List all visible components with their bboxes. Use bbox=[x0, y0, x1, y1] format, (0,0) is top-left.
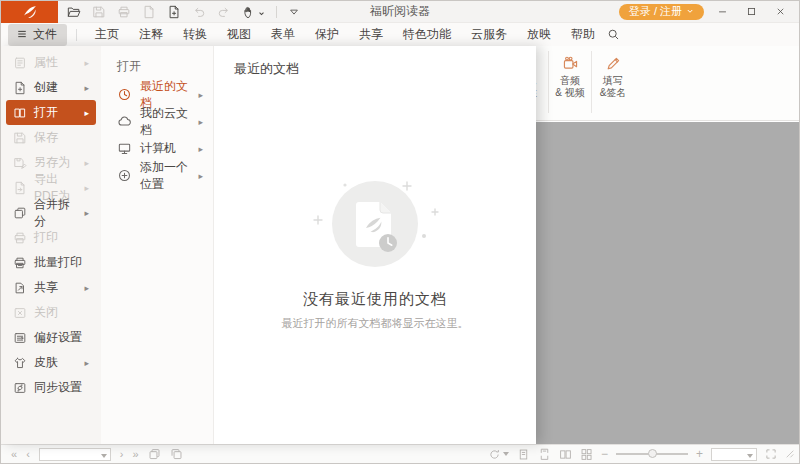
cloud-icon bbox=[117, 114, 132, 129]
file-menu-item-skin[interactable]: 皮肤▸ bbox=[6, 350, 96, 375]
submenu-arrow-icon: ▸ bbox=[198, 90, 203, 100]
zoom-out-button[interactable]: − bbox=[601, 448, 608, 460]
page-number-combobox[interactable] bbox=[39, 448, 111, 461]
file-menu-item-label: 创建 bbox=[34, 79, 58, 96]
close-button[interactable] bbox=[769, 3, 791, 21]
continuous-view-button[interactable] bbox=[538, 448, 551, 461]
close-icon bbox=[775, 6, 786, 17]
file-menu-item-batch-print[interactable]: 批量打印 bbox=[6, 250, 96, 275]
zoom-level-combobox[interactable] bbox=[711, 448, 757, 461]
recent-documents-title: 最近的文档 bbox=[234, 60, 536, 78]
open-panel-item-label: 计算机 bbox=[140, 140, 176, 157]
undo-button[interactable] bbox=[192, 5, 206, 19]
minimize-icon bbox=[717, 6, 728, 17]
document-button[interactable] bbox=[142, 5, 156, 19]
file-menu-item-label: 另存为 bbox=[34, 154, 70, 171]
menu-tab-2[interactable]: 注释 bbox=[129, 23, 173, 46]
menu-tab-3[interactable]: 转换 bbox=[173, 23, 217, 46]
hand-tool-button[interactable] bbox=[242, 3, 265, 21]
create-page-button[interactable] bbox=[167, 5, 181, 19]
login-register-label: 登录 / 注册 bbox=[629, 4, 682, 19]
app-window: 福昕阅读器 登录 / 注册 文件 主页注释转换视图表单保护共享特色功能云服务放映… bbox=[0, 0, 800, 464]
facing-pages-icon bbox=[559, 448, 572, 461]
customize-quick-access-button[interactable] bbox=[288, 6, 300, 18]
open-book-icon bbox=[13, 106, 27, 120]
file-menu-item-create[interactable]: 创建▸ bbox=[6, 75, 96, 100]
titlebar: 福昕阅读器 登录 / 注册 bbox=[1, 1, 799, 23]
submenu-arrow-icon: ▸ bbox=[84, 183, 89, 193]
first-page-button[interactable]: « bbox=[11, 449, 17, 460]
menu-tab-7[interactable]: 共享 bbox=[349, 23, 393, 46]
search-button[interactable] bbox=[607, 28, 620, 41]
caret-down-icon bbox=[258, 3, 265, 21]
computer-icon bbox=[117, 141, 132, 156]
file-menu-item-sync-settings[interactable]: 同步设置 bbox=[6, 375, 96, 400]
file-menu-item-open[interactable]: 打开▸ bbox=[6, 100, 96, 125]
login-register-button[interactable]: 登录 / 注册 bbox=[619, 4, 704, 20]
statusbar-view-controls: − + bbox=[488, 448, 799, 461]
single-page-view-button[interactable] bbox=[517, 448, 530, 461]
minimize-button[interactable] bbox=[711, 3, 733, 21]
file-menu-item-label: 批量打印 bbox=[34, 254, 82, 271]
menubar-divider bbox=[76, 29, 77, 41]
file-menu-item-preferences[interactable]: 偏好设置 bbox=[6, 325, 96, 350]
foxit-logo bbox=[1, 1, 58, 23]
pencil-icon bbox=[605, 55, 622, 72]
submenu-arrow-icon: ▸ bbox=[198, 144, 203, 154]
menu-tab-9[interactable]: 云服务 bbox=[461, 23, 517, 46]
fill-sign-button[interactable]: 填写&签名 bbox=[593, 49, 633, 99]
open-panel-item-add-a-place[interactable]: 添加一个位置▸ bbox=[101, 162, 213, 189]
page-number-input[interactable] bbox=[40, 449, 110, 460]
audio-video-label: 音频& 视频 bbox=[555, 75, 584, 99]
rotate-view-button[interactable] bbox=[488, 448, 509, 461]
continuous-facing-view-button[interactable] bbox=[580, 448, 593, 461]
zoom-slider-handle[interactable] bbox=[648, 449, 657, 458]
menu-tab-4[interactable]: 视图 bbox=[217, 23, 261, 46]
previous-page-button[interactable]: ‹ bbox=[26, 449, 30, 460]
menu-tab-10[interactable]: 放映 bbox=[517, 23, 561, 46]
save-button[interactable] bbox=[92, 5, 106, 19]
statusbar-page-nav: « ‹ › » bbox=[1, 448, 183, 461]
qat-divider bbox=[276, 6, 277, 18]
next-page-button[interactable]: › bbox=[120, 449, 124, 460]
zoom-slider[interactable] bbox=[616, 453, 688, 455]
resize-grip-icon bbox=[785, 449, 795, 459]
next-view-button[interactable] bbox=[170, 448, 183, 461]
menu-tab-11[interactable]: 帮助 bbox=[561, 23, 605, 46]
submenu-arrow-icon: ▸ bbox=[84, 283, 89, 293]
facing-view-button[interactable] bbox=[559, 448, 572, 461]
open-button[interactable] bbox=[67, 5, 81, 19]
statusbar: « ‹ › » bbox=[1, 444, 799, 463]
merge-split-icon bbox=[13, 206, 27, 220]
file-menu-item-merge-split[interactable]: 合并拆分▸ bbox=[6, 200, 96, 225]
file-menu-item-label: 合并拆分 bbox=[34, 196, 77, 230]
file-menu-item-label: 打印 bbox=[34, 229, 58, 246]
zoom-in-button[interactable]: + bbox=[696, 448, 703, 460]
redo-button[interactable] bbox=[217, 5, 231, 19]
open-panel-item-my-cloud-documents[interactable]: 我的云文档▸ bbox=[101, 108, 213, 135]
file-menu-item-share[interactable]: 共享▸ bbox=[6, 275, 96, 300]
add-place-icon bbox=[117, 168, 132, 183]
menu-tab-1[interactable]: 主页 bbox=[85, 23, 129, 46]
zoom-combobox-caret-icon[interactable] bbox=[747, 454, 753, 458]
export-pdf-icon bbox=[13, 181, 27, 195]
file-menu-item-label: 共享 bbox=[34, 279, 58, 296]
menu-tab-5[interactable]: 表单 bbox=[261, 23, 305, 46]
file-menu-button[interactable]: 文件 bbox=[8, 24, 67, 46]
maximize-button[interactable] bbox=[740, 3, 762, 21]
print-button[interactable] bbox=[117, 5, 131, 19]
fill-sign-label: 填写&签名 bbox=[600, 75, 627, 99]
fullscreen-button[interactable] bbox=[765, 448, 777, 460]
resize-grip[interactable] bbox=[785, 449, 795, 459]
menu-tab-6[interactable]: 保护 bbox=[305, 23, 349, 46]
audio-video-button[interactable]: 音频& 视频 bbox=[550, 49, 590, 99]
last-page-button[interactable]: » bbox=[132, 449, 138, 460]
menu-tab-8[interactable]: 特色功能 bbox=[393, 23, 461, 46]
empty-state: 没有最近使用的文档 最近打开的所有文档都将显示在这里。 bbox=[214, 174, 536, 331]
page-combobox-caret-icon[interactable] bbox=[101, 454, 107, 458]
menubar: 文件 主页注释转换视图表单保护共享特色功能云服务放映帮助 bbox=[1, 23, 799, 46]
previous-view-button[interactable] bbox=[148, 448, 161, 461]
batch-print-icon bbox=[13, 256, 27, 270]
empty-state-subtitle: 最近打开的所有文档都将显示在这里。 bbox=[282, 316, 469, 331]
hand-icon bbox=[242, 5, 256, 19]
